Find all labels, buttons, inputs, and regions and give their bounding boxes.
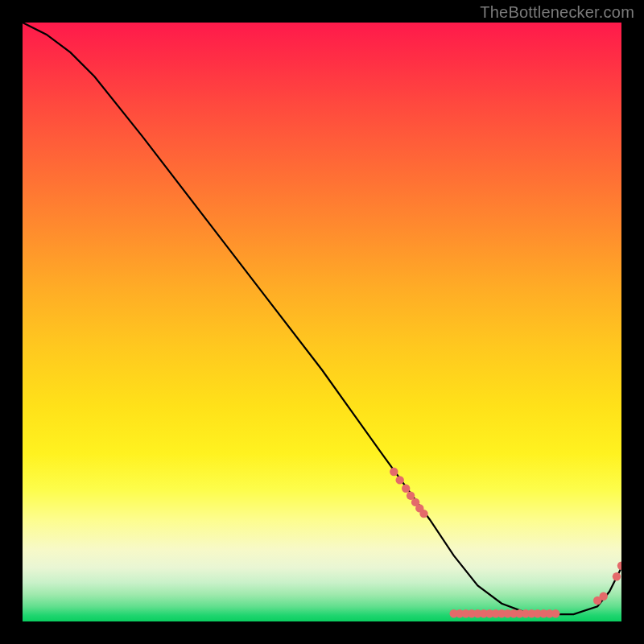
marker-dot bbox=[551, 609, 559, 617]
marker-dot bbox=[402, 485, 410, 493]
marker-dot bbox=[390, 468, 398, 476]
watermark-label: TheBottlenecker.com bbox=[480, 3, 634, 22]
marker-dot bbox=[419, 510, 427, 518]
curve-path bbox=[23, 23, 621, 614]
plot-area bbox=[23, 23, 621, 621]
marker-dot bbox=[617, 562, 621, 570]
markers-group bbox=[390, 468, 621, 618]
marker-dot bbox=[396, 476, 404, 484]
chart-frame: TheBottlenecker.com bbox=[0, 0, 644, 644]
marker-dot bbox=[613, 572, 621, 580]
chart-svg bbox=[23, 23, 621, 621]
marker-dot bbox=[600, 592, 608, 601]
